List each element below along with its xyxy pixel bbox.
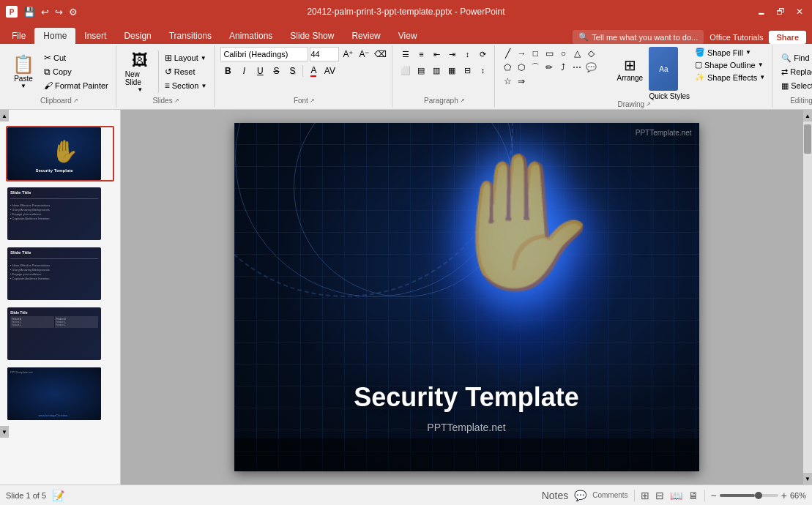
columns-button[interactable]: ⊟ — [460, 63, 474, 78]
font-name-input[interactable] — [220, 47, 308, 61]
increase-font-button[interactable]: A⁺ — [340, 47, 355, 61]
slide-main-title[interactable]: Security Template — [234, 382, 699, 413]
undo-icon[interactable]: ↩ — [40, 5, 51, 19]
slide-thumbnail-5[interactable]: 5 PPTTemplate.net www.heritageChristian.… — [6, 366, 114, 422]
shadow-button[interactable]: S — [285, 64, 299, 78]
tab-file[interactable]: File — [3, 28, 34, 44]
notes-button[interactable]: Notes — [542, 490, 569, 501]
normal-view-button[interactable]: ⊞ — [641, 490, 649, 501]
align-center-button[interactable]: ▤ — [414, 63, 428, 78]
comments-button[interactable]: 💬 — [574, 490, 586, 501]
font-size-input[interactable] — [310, 47, 339, 61]
save-icon[interactable]: 💾 — [22, 5, 37, 19]
justify-button[interactable]: ▦ — [444, 63, 459, 78]
italic-button[interactable]: I — [236, 64, 251, 78]
shape-arrow2[interactable]: ⇒ — [515, 75, 528, 88]
tab-insert[interactable]: Insert — [75, 28, 115, 44]
reset-button[interactable]: ↺ Reset — [162, 65, 210, 78]
arrange-button[interactable]: ⊞ Arrange — [614, 47, 646, 91]
redo-icon[interactable]: ↪ — [53, 5, 64, 19]
shape-line[interactable]: ╱ — [501, 47, 514, 60]
new-slide-button[interactable]: 🖼 New Slide ▼ — [122, 50, 159, 94]
scroll-thumb[interactable] — [804, 124, 811, 154]
shape-outline-button[interactable]: ▢ Shape Outline ▼ — [693, 59, 767, 70]
shape-arrow[interactable]: → — [515, 47, 528, 60]
zoom-out-button[interactable]: − — [711, 490, 717, 501]
convert-smartart-button[interactable]: ⟳ — [475, 47, 490, 61]
text-direction-button[interactable]: ↕ — [460, 47, 474, 61]
tab-home[interactable]: Home — [34, 28, 75, 44]
align-right-button[interactable]: ▥ — [429, 63, 444, 78]
paragraph-expand-icon[interactable]: ↗ — [460, 97, 465, 104]
cut-button[interactable]: ✂ Cut — [41, 51, 111, 64]
restore-button[interactable]: 🗗 — [774, 5, 787, 18]
format-painter-button[interactable]: 🖌 Format Painter — [41, 79, 111, 92]
slide-sorter-button[interactable]: ⊟ — [655, 490, 664, 501]
minimize-button[interactable]: 🗕 — [755, 5, 768, 18]
decrease-indent-button[interactable]: ⇤ — [429, 47, 444, 61]
slide-thumbnail-4[interactable]: 4 Slide Title Feature A Feature 1 Featur… — [6, 306, 114, 362]
bold-button[interactable]: B — [220, 64, 235, 78]
align-left-button[interactable]: ⬜ — [398, 63, 413, 78]
shape-hexagon[interactable]: ⬡ — [515, 61, 528, 74]
zoom-level[interactable]: 66% — [790, 491, 806, 500]
shape-effects-button[interactable]: ✨ Shape Effects ▼ — [693, 72, 767, 83]
char-spacing-button[interactable]: AV — [322, 64, 337, 78]
scroll-down-btn[interactable]: ▼ — [803, 473, 812, 485]
office-tutorials-link[interactable]: Office Tutorials — [709, 33, 763, 42]
zoom-slider[interactable] — [720, 494, 778, 497]
zoom-slider-thumb[interactable] — [755, 492, 762, 499]
tab-transitions[interactable]: Transitions — [160, 28, 220, 44]
copy-button[interactable]: ⧉ Copy — [41, 65, 111, 78]
shape-rect[interactable]: □ — [529, 47, 542, 60]
clear-format-button[interactable]: ⌫ — [373, 47, 387, 61]
close-button[interactable]: ✕ — [793, 5, 806, 18]
presenter-view-button[interactable]: 🖥 — [688, 490, 699, 501]
tab-slideshow[interactable]: Slide Show — [281, 28, 343, 44]
strikethrough-button[interactable]: S — [269, 64, 283, 78]
shape-freeform[interactable]: ✏ — [543, 61, 556, 74]
shape-oval[interactable]: ○ — [556, 47, 570, 60]
slide-panel-scroll-down[interactable]: ▼ — [0, 426, 9, 438]
paste-button[interactable]: 📋 Paste ▼ — [7, 50, 40, 94]
decrease-font-button[interactable]: A⁻ — [357, 47, 371, 61]
shape-triangle[interactable]: △ — [570, 47, 584, 60]
slide-thumbnail-3[interactable]: 3 Slide Title • Ideas Effective Presenta… — [6, 246, 114, 302]
find-button[interactable]: 🔍 Find — [778, 52, 812, 64]
select-button[interactable]: ▦ Select ▼ — [778, 80, 812, 92]
tab-animations[interactable]: Animations — [220, 28, 281, 44]
section-button[interactable]: ≡ Section ▼ — [162, 79, 210, 92]
replace-button[interactable]: ⇄ Replace — [778, 66, 812, 78]
shape-curve[interactable]: ⌒ — [529, 61, 542, 74]
shape-diamond[interactable]: ◇ — [584, 47, 597, 60]
tell-me-input[interactable]: 🔍 Tell me what you want to do... — [573, 30, 704, 44]
font-color-button[interactable]: A — [306, 64, 321, 78]
bullets-button[interactable]: ☰ — [398, 47, 413, 61]
slide-thumbnail-1[interactable]: 1 Security Template ✋ — [6, 126, 114, 182]
quick-styles-button[interactable]: Aa — [649, 47, 678, 91]
clipboard-expand-icon[interactable]: ↗ — [73, 97, 78, 104]
shape-callout[interactable]: 💬 — [584, 61, 597, 74]
tab-view[interactable]: View — [390, 28, 426, 44]
shape-star[interactable]: ☆ — [501, 75, 514, 88]
shape-more[interactable]: ⋯ — [570, 61, 584, 74]
shape-fill-button[interactable]: 🪣 Shape Fill ▼ — [693, 47, 767, 58]
layout-button[interactable]: ⊞ Layout ▼ — [162, 51, 210, 64]
shape-connector[interactable]: ⤴ — [556, 61, 570, 74]
increase-indent-button[interactable]: ⇥ — [444, 47, 459, 61]
underline-button[interactable]: U — [253, 64, 267, 78]
canvas-scrollbar[interactable]: ▲ ▼ — [803, 110, 812, 485]
slides-expand-icon[interactable]: ↗ — [174, 97, 179, 104]
slide-thumbnail-2[interactable]: 2 Slide Title • Ideas Effective Presenta… — [6, 186, 114, 242]
slide-panel-scroll-up[interactable]: ▲ — [0, 110, 9, 121]
tab-review[interactable]: Review — [343, 28, 389, 44]
share-button[interactable]: Share — [769, 31, 806, 44]
shape-rounded-rect[interactable]: ▭ — [543, 47, 556, 60]
font-expand-icon[interactable]: ↗ — [310, 97, 315, 104]
line-spacing-button[interactable]: ↕ — [475, 63, 490, 78]
drawing-expand-icon[interactable]: ↗ — [646, 101, 651, 108]
zoom-in-button[interactable]: + — [781, 490, 787, 501]
tab-design[interactable]: Design — [115, 28, 160, 44]
customize-icon[interactable]: ⚙ — [67, 5, 79, 19]
reading-view-button[interactable]: 📖 — [670, 490, 682, 501]
